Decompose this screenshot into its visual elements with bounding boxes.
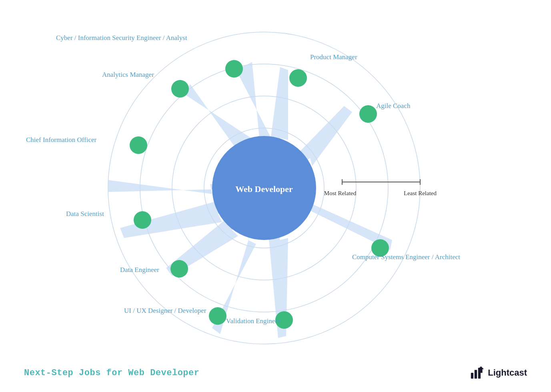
center-label: Web Developer (235, 184, 293, 194)
node-data-scientist[interactable] (134, 211, 151, 229)
logo: Lightcast (470, 366, 527, 380)
label-uiux: UI / UX Designer / Developer (124, 307, 206, 314)
label-data-engineer: Data Engineer (120, 266, 159, 274)
logo-icon (470, 366, 485, 380)
node-cyber[interactable] (225, 60, 243, 78)
label-cyber: Cyber / Information Security Engineer / … (56, 34, 187, 42)
node-product[interactable] (289, 69, 307, 87)
footer: Next-Step Jobs for Web Developer Lightca… (24, 366, 527, 380)
label-cse: Computer Systems Engineer / Architect (352, 253, 460, 261)
svg-rect-1 (475, 370, 477, 379)
chart-svg: Web Developer Cyber / Information Securi… (0, 0, 551, 392)
node-cio[interactable] (130, 136, 147, 154)
label-validation: Validation Engineer (226, 317, 281, 325)
footer-title: Next-Step Jobs for Web Developer (24, 368, 199, 378)
label-agile: Agile Coach (376, 102, 411, 110)
label-analytics: Analytics Manager (102, 71, 154, 78)
legend-most: Most Related (324, 190, 357, 196)
node-agile[interactable] (359, 105, 377, 123)
svg-rect-0 (471, 373, 473, 378)
label-product: Product Manager (310, 53, 357, 61)
logo-text: Lightcast (488, 368, 527, 378)
main-container: Web Developer Cyber / Information Securi… (0, 0, 551, 392)
label-data-scientist: Data Scientist (66, 210, 104, 218)
node-analytics[interactable] (171, 80, 189, 98)
label-cio: Chief Information Officer (26, 136, 97, 144)
node-data-engineer[interactable] (170, 260, 188, 278)
legend-least: Least Related (404, 190, 437, 196)
node-uiux[interactable] (209, 307, 226, 325)
